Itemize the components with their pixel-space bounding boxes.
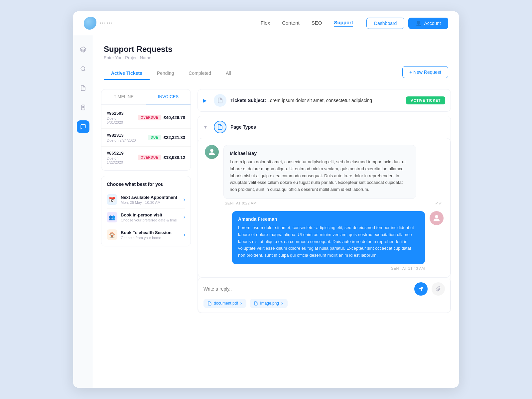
read-ticks-icon: ✓✓ xyxy=(435,201,442,206)
sender-avatar-sent xyxy=(430,211,444,225)
chat-area: Michael Bay Lorem ipsum dolor sit amet, … xyxy=(198,138,451,277)
attachments-row: document.pdf × Image.png × xyxy=(203,299,445,308)
attachment-name: Image.png xyxy=(260,301,279,306)
page-title: Support Requests xyxy=(104,45,448,54)
message-sent-wrap: Amanda Freeman Lorem ipsum dolor sit ame… xyxy=(205,211,444,270)
nav-support[interactable]: Support xyxy=(334,20,353,27)
message-sent: Amanda Freeman Lorem ipsum dolor sit ame… xyxy=(232,211,444,264)
appt-label: Next available Appointment xyxy=(121,195,180,200)
tab-completed[interactable]: Completed xyxy=(181,67,218,80)
appointment-card: Choose what best for you 📅 Next availabl… xyxy=(101,176,191,246)
reply-row xyxy=(203,282,445,296)
invoice-tabs: TIMELINE INVOICES xyxy=(101,89,191,105)
expand-icon: ▶ xyxy=(203,98,210,103)
tab-invoices[interactable]: INVOICES xyxy=(146,89,191,104)
tab-pending[interactable]: Pending xyxy=(150,67,181,80)
new-request-button[interactable]: + New Request xyxy=(402,66,448,78)
nav-actions: Dashboard 👤 Account xyxy=(366,18,448,29)
invoice-list: #962503 Due on 5/31/2020 OVERDUE £40,426… xyxy=(101,105,191,170)
tab-timeline[interactable]: TIMELINE xyxy=(101,89,146,104)
sent-timestamp: SENT AT 11:43 AM xyxy=(391,266,444,270)
page-area: Support Requests Enter Your Project Name… xyxy=(93,35,459,388)
reply-input[interactable] xyxy=(203,286,410,292)
collapse-icon: ▼ xyxy=(203,124,210,130)
remove-attachment-button[interactable]: × xyxy=(281,301,284,306)
nav-flex[interactable]: Flex xyxy=(261,20,270,26)
sent-message-text: Lorem ipsum dolor sit amet, consectetur … xyxy=(238,224,419,259)
message-received: Michael Bay Lorem ipsum dolor sit amet, … xyxy=(205,145,444,206)
appointment-title: Choose what best for you xyxy=(107,182,185,187)
message-bubble: Michael Bay Lorem ipsum dolor sit amet, … xyxy=(223,145,416,199)
chevron-right-icon: › xyxy=(184,197,185,202)
ticket-item: ▶ Tickets Subject: Lorem ipsum dolor sit… xyxy=(198,89,451,112)
page-header: Support Requests Enter Your Project Name… xyxy=(93,35,459,81)
chevron-right-icon: › xyxy=(184,214,185,220)
ticket-icon xyxy=(214,94,226,107)
message-text: Lorem ipsum dolor sit amet, consectetur … xyxy=(230,159,410,193)
page-types-ticket: ▼ Page Types xyxy=(198,116,451,313)
sidebar-item-file[interactable] xyxy=(77,101,89,114)
ticket-subject: Tickets Subject: Lorem ipsum dolor sit a… xyxy=(230,98,402,103)
person-icon: 👥 xyxy=(107,212,117,222)
logo-text: ••• ••• xyxy=(100,21,112,26)
page-types-label: Page Types xyxy=(230,124,256,130)
appointment-next[interactable]: 📅 Next available Appointment Mon, 25 May… xyxy=(107,191,185,208)
left-panel: TIMELINE INVOICES #962503 Due on 5/31/20… xyxy=(101,89,191,380)
invoice-date: Due on 2/24/2020 xyxy=(107,138,145,142)
attachment-name: document.pdf xyxy=(214,301,238,306)
content-area: TIMELINE INVOICES #962503 Due on 5/31/20… xyxy=(93,81,459,388)
account-icon: 👤 xyxy=(416,21,421,26)
tab-bar: Active Tickets Pending Completed All + N… xyxy=(104,66,448,81)
svg-marker-9 xyxy=(419,287,423,291)
appointment-telehealth[interactable]: 🏠 Book Telehealth Session Get help from … xyxy=(107,226,185,243)
invoice-date: Due on 5/31/2020 xyxy=(107,116,135,124)
ticket-header[interactable]: ▶ Tickets Subject: Lorem ipsum dolor sit… xyxy=(198,89,451,111)
attach-button[interactable] xyxy=(432,282,445,296)
nav-content[interactable]: Content xyxy=(282,20,300,26)
invoice-row: #982313 Due on 2/24/2020 DUE £22,321.83 xyxy=(101,129,191,147)
remove-attachment-button[interactable]: × xyxy=(240,301,243,306)
invoice-amount: £40,426.78 xyxy=(164,115,185,120)
invoice-amount: £22,321.83 xyxy=(164,135,185,140)
right-panel: ▶ Tickets Subject: Lorem ipsum dolor sit… xyxy=(198,89,451,380)
tab-active-tickets[interactable]: Active Tickets xyxy=(104,67,150,80)
attachment-item: document.pdf × xyxy=(203,299,246,308)
appt-sub: Mon, 25 May - 10:30 AM xyxy=(121,200,180,204)
sidebar-item-layers[interactable] xyxy=(77,43,89,56)
nav-seo[interactable]: SEO xyxy=(312,20,322,26)
send-button[interactable] xyxy=(414,282,428,296)
tab-all[interactable]: All xyxy=(218,67,238,80)
message-timestamp: SENT AT 9:22 AM xyxy=(225,201,257,205)
reply-area: document.pdf × Image.png × xyxy=(198,277,451,313)
page-types-header[interactable]: ▼ Page Types xyxy=(198,116,451,138)
appt-sub: Choose your preferred date & time xyxy=(121,218,180,222)
chevron-right-icon: › xyxy=(184,232,185,238)
logo-icon xyxy=(84,17,96,30)
sidebar-item-search[interactable] xyxy=(77,63,89,75)
icon-sidebar xyxy=(73,35,93,388)
invoice-date: Due on 1/22/2020 xyxy=(107,156,135,164)
logo: ••• ••• xyxy=(84,17,112,30)
appt-label: Book In-person visit xyxy=(121,212,180,217)
attachment-item: Image.png × xyxy=(250,299,287,308)
telehealth-icon: 🏠 xyxy=(107,229,117,240)
svg-point-6 xyxy=(210,149,213,152)
invoice-amount: £18,938.12 xyxy=(164,155,185,160)
account-button[interactable]: 👤 Account xyxy=(408,18,448,29)
nav-links: Flex Content SEO Support xyxy=(261,20,353,27)
dashboard-button[interactable]: Dashboard xyxy=(366,18,405,29)
appointment-inperson[interactable]: 👥 Book In-person visit Choose your prefe… xyxy=(107,208,185,226)
tabs: Active Tickets Pending Completed All xyxy=(104,67,402,80)
invoice-row: #962503 Due on 5/31/2020 OVERDUE £40,426… xyxy=(101,107,191,129)
invoice-row: #865219 Due on 1/22/2020 OVERDUE £18,938… xyxy=(101,147,191,168)
page-types-icon xyxy=(214,121,226,133)
page-subtitle: Enter Your Project Name xyxy=(104,55,448,60)
svg-point-7 xyxy=(435,215,438,218)
sender-avatar xyxy=(205,145,219,159)
sidebar-item-support[interactable] xyxy=(77,120,89,133)
sidebar-item-document[interactable] xyxy=(77,82,89,94)
invoice-number: #982313 xyxy=(107,133,145,138)
svg-line-2 xyxy=(84,70,85,71)
topnav: ••• ••• Flex Content SEO Support Dashboa… xyxy=(73,11,459,35)
svg-point-1 xyxy=(81,66,85,70)
